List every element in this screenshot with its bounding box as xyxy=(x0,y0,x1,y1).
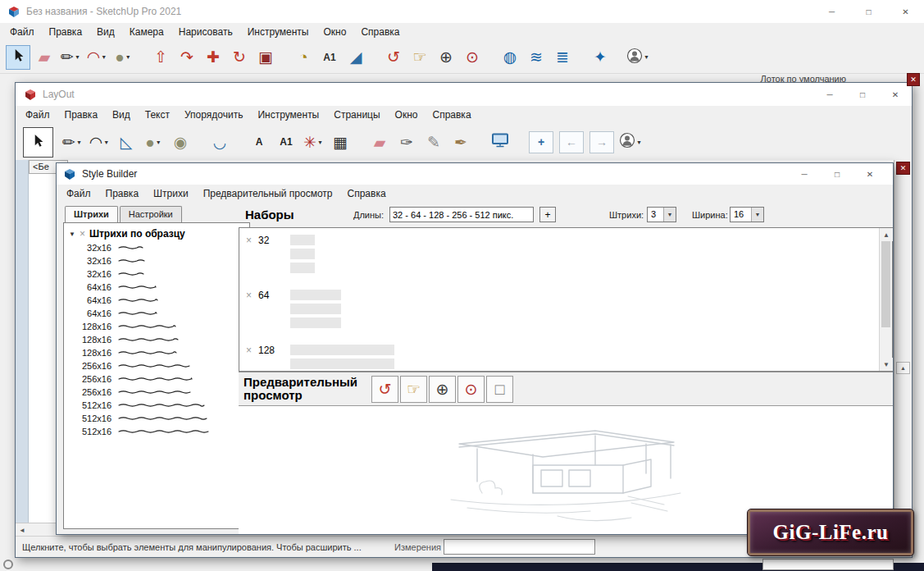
extension-warehouse-button[interactable]: ✦ xyxy=(588,45,612,70)
dropdown-caret-icon[interactable]: ▼ xyxy=(317,139,323,145)
pan-button[interactable]: ☞ xyxy=(400,376,427,403)
stroke-sample-row[interactable]: 32x16 xyxy=(64,241,249,254)
menu-item[interactable]: Предварительный просмотр xyxy=(196,185,340,202)
text-tool-button[interactable]: A xyxy=(247,130,271,154)
stroke-slot[interactable] xyxy=(290,263,315,273)
scroll-up-button[interactable]: ▲ xyxy=(880,228,893,241)
offset-tool-button[interactable]: ◡ xyxy=(207,130,232,154)
soften-edges-tool-button[interactable]: ≋ xyxy=(524,45,548,70)
paint-bucket-tool-button[interactable]: ◢ xyxy=(344,45,368,70)
dimensions-tool-button[interactable]: ✳▼ xyxy=(301,130,325,154)
tape-measure-tool-button[interactable]: ◔ xyxy=(291,45,316,70)
menu-item[interactable]: Файл xyxy=(59,185,98,202)
reset-view-button[interactable]: □ xyxy=(486,376,513,403)
tab-settings[interactable]: Настройки xyxy=(120,206,182,222)
stroke-sample-row[interactable]: 512x16 xyxy=(64,412,249,425)
menu-item[interactable]: Правка xyxy=(57,107,106,123)
menu-item[interactable]: Файл xyxy=(18,107,57,123)
circles-tool-button[interactable]: ●▼ xyxy=(141,130,166,154)
menu-item[interactable]: Вид xyxy=(89,24,122,40)
stroke-sample-row[interactable]: 128x16 xyxy=(64,320,249,333)
stroke-sample-row[interactable]: 256x16 xyxy=(64,359,249,372)
previous-page-button[interactable]: ← xyxy=(559,131,584,153)
measurements-input[interactable] xyxy=(444,539,595,555)
dropdown-caret-icon[interactable]: ▼ xyxy=(636,139,642,145)
stroke-slot[interactable] xyxy=(290,235,315,245)
stroke-sample-row[interactable]: 512x16 xyxy=(64,399,249,412)
eraser-tool-button[interactable]: ▰ xyxy=(367,130,392,154)
close-button[interactable]: ✕ xyxy=(887,0,924,23)
strokes-count-select[interactable]: 3 ▼ xyxy=(647,207,676,222)
line-tool-button[interactable]: ✏▼ xyxy=(58,45,83,70)
close-button[interactable]: ✕ xyxy=(879,83,912,106)
scrollbar-track[interactable] xyxy=(880,241,892,358)
component-tool-button[interactable]: ◍ xyxy=(498,45,522,70)
join-tool-button[interactable]: ✒ xyxy=(448,130,473,154)
menu-item[interactable]: Страницы xyxy=(326,107,387,123)
stroke-slot[interactable] xyxy=(290,345,394,355)
start-presentation-button[interactable] xyxy=(488,130,512,154)
tray-close-button[interactable]: ✕ xyxy=(907,73,920,86)
stroke-sample-row[interactable]: 64x16 xyxy=(64,281,249,294)
delete-set-icon[interactable]: × xyxy=(246,345,252,371)
menu-item[interactable]: Инструменты xyxy=(250,107,326,123)
maximize-button[interactable]: □ xyxy=(821,163,853,185)
dropdown-caret-icon[interactable]: ▼ xyxy=(156,139,162,145)
dropdown-caret-icon[interactable]: ▼ xyxy=(75,54,80,60)
sign-in-button[interactable]: ▼ xyxy=(626,45,650,70)
menu-item[interactable]: Файл xyxy=(2,24,42,40)
minimize-button[interactable]: ─ xyxy=(813,83,846,106)
followme-tool-button[interactable]: ↷ xyxy=(175,45,199,70)
move-tool-button[interactable]: ✚ xyxy=(201,45,225,70)
stroke-slot[interactable] xyxy=(290,359,394,369)
stroke-sample-row[interactable]: 512x16 xyxy=(64,425,249,438)
delete-set-icon[interactable]: × xyxy=(246,235,252,276)
menu-item[interactable]: Окно xyxy=(316,24,353,40)
pan-tool-button[interactable]: ☞ xyxy=(407,45,432,70)
close-button[interactable]: ✕ xyxy=(853,163,886,185)
menu-item[interactable]: Правка xyxy=(42,24,90,40)
maximize-button[interactable]: □ xyxy=(846,83,879,106)
dropdown-caret-icon[interactable]: ▼ xyxy=(125,54,131,60)
zoom-tool-button[interactable]: ⊕ xyxy=(434,45,458,70)
minimize-button[interactable]: ─ xyxy=(813,0,850,23)
stroke-sample-row[interactable]: 256x16 xyxy=(64,386,249,399)
delete-set-icon[interactable]: × xyxy=(246,290,252,331)
dropdown-caret-icon[interactable]: ▼ xyxy=(101,54,107,60)
stroke-slot[interactable] xyxy=(290,304,341,314)
scrollbar-thumb[interactable] xyxy=(881,241,890,327)
sketchup-measurements-input[interactable] xyxy=(762,559,894,570)
menu-item[interactable]: Правка xyxy=(98,185,147,202)
orbit-button[interactable]: ↺ xyxy=(371,376,398,403)
maximize-button[interactable]: □ xyxy=(850,0,887,23)
arcs-tool-button[interactable]: ◠▼ xyxy=(87,130,112,154)
eraser-tool-button[interactable]: ▰ xyxy=(32,45,57,70)
style-eyedropper-button[interactable]: ✑ xyxy=(394,130,419,154)
menu-item[interactable]: Инструменты xyxy=(240,24,316,40)
sign-in-button[interactable]: ▼ xyxy=(618,130,643,154)
combo-caret-icon[interactable]: ▼ xyxy=(751,208,763,222)
text-tool-button[interactable]: A1 xyxy=(317,45,342,70)
zoom-extents-button[interactable]: ⊙ xyxy=(457,376,485,403)
select-tool-button[interactable] xyxy=(23,127,53,158)
stroke-sample-row[interactable]: 128x16 xyxy=(64,333,249,346)
minimize-button[interactable]: ─ xyxy=(788,163,821,185)
add-page-button[interactable]: + xyxy=(529,131,553,153)
zoom-extents-tool-button[interactable]: ⊙ xyxy=(460,45,485,70)
split-tool-button[interactable]: ✎ xyxy=(421,130,446,154)
sections-tool-button[interactable]: ≣ xyxy=(550,45,575,70)
arc-tool-button[interactable]: ◠▼ xyxy=(84,45,109,70)
stroke-slot[interactable] xyxy=(290,249,315,259)
lines-tool-button[interactable]: ✏▼ xyxy=(60,130,84,154)
dropdown-caret-icon[interactable]: ▼ xyxy=(103,139,109,145)
shapes-tool-button[interactable]: ●▼ xyxy=(111,45,135,70)
menu-item[interactable]: Штрихи xyxy=(146,185,196,202)
scale-tool-button[interactable]: ▣ xyxy=(253,45,278,70)
stroke-sample-row[interactable]: 256x16 xyxy=(64,372,249,386)
zoom-button[interactable]: ⊕ xyxy=(429,376,456,403)
rectangles-tool-button[interactable]: ◺ xyxy=(114,130,139,154)
orbit-tool-button[interactable]: ↺ xyxy=(381,45,406,70)
dropdown-caret-icon[interactable]: ▼ xyxy=(76,139,82,145)
stroke-slot[interactable] xyxy=(290,317,341,328)
rotate-tool-button[interactable]: ↻ xyxy=(227,45,252,70)
